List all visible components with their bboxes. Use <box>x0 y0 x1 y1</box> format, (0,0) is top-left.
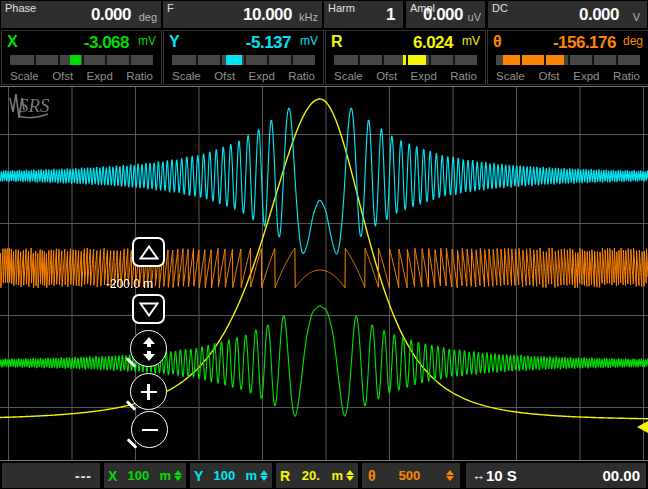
offset-bar-track[interactable] <box>334 55 477 65</box>
bar-tick <box>544 55 546 65</box>
bar-tick <box>382 55 384 65</box>
bar-tick <box>129 55 131 65</box>
scale-unit: m <box>159 468 182 483</box>
srs-logo-text: SRS <box>19 95 50 116</box>
bar-tick <box>58 55 60 65</box>
offset-bar-track[interactable] <box>172 55 315 65</box>
spinner-arrows-icon <box>346 470 354 481</box>
softkey-expd[interactable]: Expd <box>87 70 113 82</box>
softkey-blank[interactable]: --- <box>2 463 100 488</box>
softkey-ofst[interactable]: Ofst <box>376 70 397 82</box>
channel-value: -5.137 <box>246 33 291 53</box>
bar-tick <box>196 55 198 65</box>
channel-softkeys: Scale Ofst Expd Ratio <box>10 70 153 82</box>
channel-value: 6.024 <box>413 33 453 53</box>
setting-value: 1 <box>386 5 395 25</box>
spinner-arrows-icon <box>260 470 268 481</box>
bar-tick <box>616 55 618 65</box>
bar-tick <box>291 55 293 65</box>
arrows-up-down-icon <box>140 337 158 361</box>
srs-logo: SRS <box>6 90 52 126</box>
scale-unit: m <box>331 468 354 483</box>
bar-tick <box>244 55 246 65</box>
bar-tick <box>34 55 36 65</box>
channel-softkeys: Scale Ofst Expd Ratio <box>334 70 477 82</box>
bar-tick <box>520 55 522 65</box>
triangle-down-icon <box>139 302 159 317</box>
offset-bar-track[interactable] <box>10 55 153 65</box>
setting-label: Phase <box>5 2 36 14</box>
channel-softkeys: Scale Ofst Expd Ratio <box>496 70 640 82</box>
channel-x-readout[interactable]: X -3.068 mV Scale Ofst Expd Ratio <box>1 30 162 85</box>
softkey-ratio[interactable]: Ratio <box>288 70 315 82</box>
channel-softkeys: Scale Ofst Expd Ratio <box>172 70 315 82</box>
trace-graph-canvas[interactable] <box>0 85 648 461</box>
harmonic-setting[interactable]: Harm 1 <box>324 1 403 28</box>
softkey-ofst[interactable]: Ofst <box>538 70 559 82</box>
scroll-down-button[interactable] <box>132 294 165 324</box>
softkey-ratio[interactable]: Ratio <box>450 70 477 82</box>
scale-value: 500 <box>376 468 443 483</box>
offset-bar-indicator <box>70 55 81 65</box>
softkey-scale[interactable]: Scale <box>10 70 39 82</box>
channel-value: -156.176 <box>553 33 616 53</box>
softkey-scale[interactable]: Scale <box>496 70 525 82</box>
frequency-setting[interactable]: F 10.000 kHz <box>163 1 322 28</box>
setting-unit: V <box>633 11 640 23</box>
channel-letter: Y <box>169 33 180 51</box>
channel-letter: R <box>331 33 343 51</box>
timebase-label: ↔10 S <box>472 467 517 484</box>
channel-unit: mV <box>300 34 318 48</box>
spinner-arrows-icon <box>174 470 182 481</box>
softkey-expd[interactable]: Expd <box>411 70 437 82</box>
channel-y-readout[interactable]: Y -5.137 mV Scale Ofst Expd Ratio <box>163 30 324 85</box>
channel-letter: X <box>7 33 18 51</box>
softkey-theta-scale[interactable]: θ 500 <box>362 463 460 488</box>
setting-label: DC <box>492 2 508 14</box>
pan-vertical-button[interactable] <box>130 330 167 367</box>
softkey-scale[interactable]: Scale <box>172 70 201 82</box>
channel-theta-readout[interactable]: θ -156.176 deg Scale Ofst Expd Ratio <box>487 30 648 85</box>
softkey-scale[interactable]: Scale <box>334 70 363 82</box>
setting-value: 10.000 <box>243 5 292 25</box>
pan-horizontal-icon: ↔ <box>472 468 485 483</box>
zoom-out-button[interactable] <box>131 411 168 448</box>
plus-magnifier-icon <box>141 384 157 400</box>
channel-unit: mV <box>138 34 156 48</box>
bar-tick <box>105 55 107 65</box>
offset-value-readout: -200.0 m <box>106 277 170 291</box>
triangle-up-icon <box>139 245 159 260</box>
offset-bar-indicator <box>226 55 242 65</box>
softkey-expd[interactable]: Expd <box>573 70 599 82</box>
scale-unit <box>443 470 454 481</box>
bar-tick <box>267 55 269 65</box>
channel-letter: X <box>108 468 117 484</box>
zoom-in-button[interactable] <box>130 373 167 410</box>
dc-setting[interactable]: DC 0.000 V <box>488 1 647 28</box>
softkey-r-scale[interactable]: R 20. m <box>276 463 358 488</box>
scale-value: 20. <box>290 468 331 483</box>
bar-tick <box>568 55 570 65</box>
softkey-ratio[interactable]: Ratio <box>126 70 153 82</box>
spinner-arrows-icon <box>446 470 454 481</box>
phase-setting[interactable]: Phase 0.000 deg <box>1 1 161 28</box>
softkey-ratio[interactable]: Ratio <box>613 70 640 82</box>
elapsed-clock: 00.00 <box>602 467 640 484</box>
softkey-timebase[interactable]: ↔10 S 00.00 <box>466 463 646 488</box>
channel-r-readout[interactable]: R 6.024 mV Scale Ofst Expd Ratio <box>325 30 486 85</box>
softkey-x-scale[interactable]: X 100 m <box>104 463 186 488</box>
setting-unit: kHz <box>299 11 318 23</box>
scroll-up-button[interactable] <box>132 237 165 267</box>
softkey-ofst[interactable]: Ofst <box>52 70 73 82</box>
setting-unit: uV <box>468 11 481 23</box>
bar-tick <box>592 55 594 65</box>
scale-value: 100 <box>203 468 245 483</box>
softkey-y-scale[interactable]: Y 100 m <box>190 463 272 488</box>
amplitude-setting[interactable]: Ampl 0.000 uV <box>406 1 485 28</box>
softkey-ofst[interactable]: Ofst <box>214 70 235 82</box>
channel-unit: deg <box>623 34 643 48</box>
softkey-expd[interactable]: Expd <box>249 70 275 82</box>
blank-indicator: --- <box>2 468 100 484</box>
offset-bar-track[interactable] <box>496 55 640 65</box>
bar-tick <box>358 55 360 65</box>
